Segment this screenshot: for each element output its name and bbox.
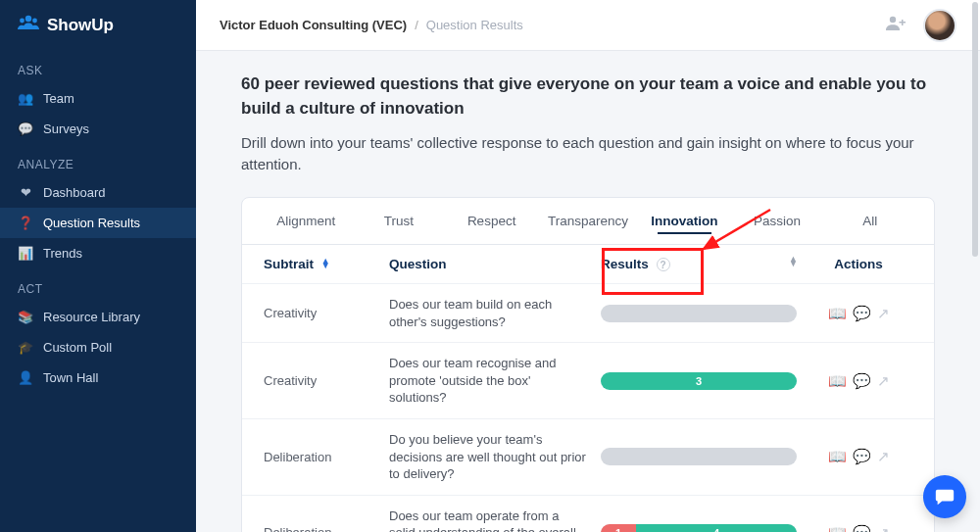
cell-question: Does our team operate from a solid under…: [389, 508, 593, 532]
user-avatar[interactable]: [923, 9, 956, 42]
cell-question: Does our team recognise and promote 'out…: [389, 355, 593, 407]
breadcrumb-org[interactable]: Victor Eduoh Consulting (VEC): [220, 18, 407, 32]
brand-icon: [18, 14, 39, 36]
brand-name: ShowUp: [47, 16, 114, 35]
nav-label: Team: [43, 91, 74, 106]
help-icon[interactable]: ?: [657, 258, 670, 271]
tab-transparency[interactable]: Transparency: [540, 198, 636, 244]
intro-subtext: Drill down into your teams' collective r…: [241, 132, 935, 175]
nav-icon: 👥: [18, 91, 33, 106]
content: 60 peer reviewed questions that give eve…: [196, 51, 980, 532]
sort-icon: ▲▼: [789, 257, 797, 267]
cell-results: 14: [601, 524, 797, 532]
action-comment-icon[interactable]: 💬: [853, 448, 871, 465]
action-share-icon[interactable]: ↗: [877, 448, 890, 465]
nav-town-hall[interactable]: 👤Town Hall: [0, 363, 196, 393]
topbar: Victor Eduoh Consulting (VEC) / Question…: [196, 0, 980, 51]
tab-passion[interactable]: Passion: [733, 198, 822, 244]
tab-respect[interactable]: Respect: [447, 198, 536, 244]
nav-icon: 🎓: [18, 340, 33, 355]
table-row: CreativityDoes our team build on each ot…: [242, 283, 934, 342]
action-comment-icon[interactable]: 💬: [853, 305, 871, 322]
cell-results: [601, 305, 797, 322]
result-segment: 4: [636, 524, 797, 532]
result-bar: 14: [601, 524, 797, 532]
brand-logo[interactable]: ShowUp: [0, 0, 196, 50]
intro-heading: 60 peer reviewed questions that give eve…: [241, 73, 935, 121]
action-share-icon[interactable]: ↗: [877, 524, 890, 532]
cell-actions: 📖💬↗: [805, 448, 912, 465]
sidebar: ShowUp ASK👥Team💬SurveysANALYZE❤Dashboard…: [0, 0, 196, 532]
action-book-icon[interactable]: 📖: [828, 524, 847, 532]
nav-label: Surveys: [43, 121, 89, 136]
th-question[interactable]: Question: [389, 257, 593, 271]
nav-icon: 💬: [18, 121, 33, 136]
table-header: Subtrait ▲▼ Question Results ? ▲▼ Action…: [242, 245, 934, 283]
result-bar: [601, 448, 797, 465]
action-comment-icon[interactable]: 💬: [853, 372, 871, 390]
breadcrumb-separator: /: [415, 18, 418, 32]
table-row: DeliberationDoes our team operate from a…: [242, 495, 934, 532]
svg-point-0: [25, 16, 31, 22]
cell-actions: 📖💬↗: [805, 524, 912, 532]
scrollbar[interactable]: [972, 2, 978, 257]
tab-trust[interactable]: Trust: [355, 198, 444, 244]
action-book-icon[interactable]: 📖: [828, 448, 847, 465]
result-bar: [601, 305, 797, 322]
nav-label: Trends: [43, 246, 82, 261]
cell-results: [601, 448, 797, 465]
sort-icon: ▲▼: [321, 259, 329, 269]
action-share-icon[interactable]: ↗: [877, 372, 890, 390]
nav-custom-poll[interactable]: 🎓Custom Poll: [0, 332, 196, 363]
nav-label: Resource Library: [43, 310, 140, 324]
main: Victor Eduoh Consulting (VEC) / Question…: [196, 0, 980, 532]
nav-surveys[interactable]: 💬Surveys: [0, 114, 196, 144]
svg-point-3: [890, 17, 896, 23]
cell-question: Does our team build on each other's sugg…: [389, 296, 593, 330]
cell-actions: 📖💬↗: [805, 305, 912, 322]
result-bar: 3: [601, 372, 797, 390]
action-book-icon[interactable]: 📖: [828, 305, 847, 322]
tab-alignment[interactable]: Alignment: [262, 198, 351, 244]
nav-trends[interactable]: 📊Trends: [0, 238, 196, 268]
svg-point-1: [20, 19, 24, 24]
nav-resource-library[interactable]: 📚Resource Library: [0, 302, 196, 332]
cell-results: 3: [601, 372, 797, 390]
tabs: AlignmentTrustRespectTransparencyInnovat…: [242, 198, 934, 245]
cell-subtrait: Creativity: [264, 306, 381, 320]
nav-section-label: ANALYZE: [0, 144, 196, 177]
nav-label: Town Hall: [43, 370, 98, 385]
cell-actions: 📖💬↗: [805, 372, 912, 390]
nav-icon: ❤: [18, 185, 33, 200]
action-comment-icon[interactable]: 💬: [853, 524, 871, 532]
intro-block: 60 peer reviewed questions that give eve…: [241, 73, 935, 175]
th-subtrait[interactable]: Subtrait ▲▼: [264, 257, 381, 271]
th-results[interactable]: Results ? ▲▼: [601, 257, 797, 271]
nav-question-results[interactable]: ❓Question Results: [0, 208, 196, 238]
nav-icon: ❓: [18, 216, 33, 230]
cell-question: Do you believe your team's decisions are…: [389, 431, 593, 483]
nav-label: Custom Poll: [43, 340, 112, 355]
chat-fab[interactable]: [923, 475, 966, 518]
cell-subtrait: Creativity: [264, 373, 381, 388]
action-book-icon[interactable]: 📖: [828, 372, 847, 390]
nav-section-label: ACT: [0, 268, 196, 302]
action-share-icon[interactable]: ↗: [877, 305, 890, 322]
nav-label: Dashboard: [43, 185, 106, 200]
table-row: CreativityDoes our team recognise and pr…: [242, 342, 934, 418]
nav-icon: 👤: [18, 370, 33, 385]
th-actions: Actions: [805, 257, 912, 271]
tab-innovation[interactable]: Innovation: [640, 198, 729, 244]
breadcrumb-current: Question Results: [426, 18, 523, 32]
tab-all[interactable]: All: [825, 198, 914, 244]
nav-dashboard[interactable]: ❤Dashboard: [0, 177, 196, 208]
cell-subtrait: Deliberation: [264, 525, 381, 532]
add-user-icon[interactable]: [886, 15, 906, 35]
nav-icon: 📚: [18, 310, 33, 324]
results-card: AlignmentTrustRespectTransparencyInnovat…: [241, 197, 935, 532]
result-segment: 3: [601, 372, 797, 390]
nav-team[interactable]: 👥Team: [0, 83, 196, 114]
nav-label: Question Results: [43, 216, 140, 230]
result-segment: 1: [601, 524, 636, 532]
cell-subtrait: Deliberation: [264, 450, 381, 464]
